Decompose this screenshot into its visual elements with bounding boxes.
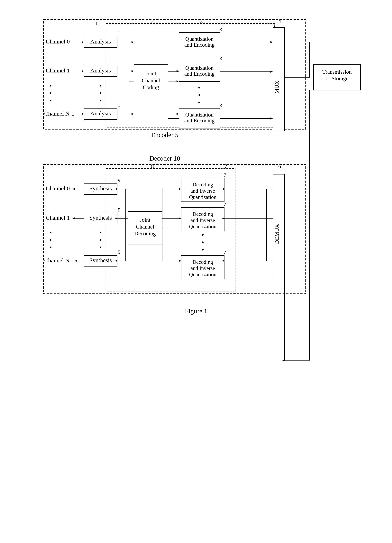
joint-dec-line3: Decoding bbox=[134, 231, 156, 237]
dec-ch1-label: Channel 1 bbox=[46, 215, 70, 221]
num9-syn0: 9 bbox=[118, 178, 120, 183]
enc-dots-an: • bbox=[99, 82, 102, 90]
qe-dots3: • bbox=[198, 99, 201, 107]
dec-ch0-label: Channel 0 bbox=[46, 185, 70, 192]
dec-dots-syn3: • bbox=[99, 243, 102, 251]
enc-num-3-top: 3 bbox=[200, 18, 203, 24]
syn-n1-text: Synthesis bbox=[89, 257, 112, 263]
arr-qen1-mux bbox=[270, 118, 273, 119]
analysis-1-text: Analysis bbox=[90, 67, 111, 74]
diq-n1-line1: Decoding bbox=[192, 259, 213, 265]
main-diagram: Encoder 5 1 1 2 3 4 Channel 0 Analysis 1… bbox=[20, 12, 372, 540]
qe-1-line2: and Encoding bbox=[184, 71, 214, 77]
enc-num-2: 2 bbox=[151, 18, 154, 24]
syn-1-text: Synthesis bbox=[89, 215, 112, 221]
figure-label: Figure 1 bbox=[185, 307, 207, 315]
num7-diqn1: 7 bbox=[224, 250, 226, 255]
enc-ch1-label: Channel 1 bbox=[46, 67, 70, 74]
num9-synn1: 9 bbox=[118, 249, 120, 255]
joint-coding-line1: Joint bbox=[146, 70, 156, 77]
trans-line2: or Storage bbox=[326, 75, 348, 81]
arr-qe1-mux bbox=[270, 71, 273, 73]
diq-1-line3: Quantization bbox=[189, 224, 216, 230]
dec-num-7-top: 7 bbox=[224, 163, 227, 169]
num1-enc0: 1 bbox=[118, 30, 120, 36]
arr-trans-demux bbox=[282, 359, 285, 361]
dec-dots-ch2: • bbox=[49, 236, 52, 244]
diq-0-line2: and Inverse bbox=[190, 188, 215, 194]
arr-ch1-analysis bbox=[82, 70, 84, 72]
diq-0-line1: Decoding bbox=[192, 182, 213, 188]
svg-rect-0 bbox=[44, 20, 306, 129]
arr-chn1-analysis bbox=[82, 113, 84, 115]
num9-syn1: 9 bbox=[118, 207, 120, 213]
arr-joint-qen1 bbox=[177, 113, 179, 115]
arr-jd-diq1 bbox=[179, 217, 181, 219]
analysis-0-text: Analysis bbox=[90, 38, 111, 45]
enc-dots-ch2: • bbox=[49, 89, 52, 97]
qe-0-line1: Quantization bbox=[185, 36, 213, 42]
dec-num-6: 6 bbox=[278, 163, 281, 169]
enc-chn1-label: Channel N-1 bbox=[44, 110, 74, 117]
qe-1-line1: Quantization bbox=[185, 65, 213, 71]
enc-dots-ch3: • bbox=[49, 97, 52, 105]
arr-synn1-chn1 bbox=[75, 260, 77, 262]
qe-n1-line1: Quantization bbox=[185, 112, 213, 118]
joint-coding-line2: Channel bbox=[142, 77, 160, 83]
enc-dots-ch: • bbox=[49, 82, 52, 90]
dec-chn1-label: Channel N-1 bbox=[44, 257, 74, 264]
num1-encn1: 1 bbox=[118, 102, 120, 108]
diagram-container: Encoder 5 1 1 2 3 4 Channel 0 Analysis 1… bbox=[20, 12, 372, 540]
qe-0-line2: and Encoding bbox=[184, 42, 214, 48]
demux-text: DEMUX bbox=[274, 224, 280, 244]
diq-n1-line3: Quantization bbox=[189, 272, 216, 277]
diq-1-line2: and Inverse bbox=[190, 217, 215, 223]
enc-num-1b: 1 bbox=[95, 20, 98, 26]
joint-dec-line2: Channel bbox=[136, 224, 154, 230]
qe-dots2: • bbox=[198, 91, 201, 99]
analysis-n1-text: Analysis bbox=[90, 110, 111, 117]
arr-jd-diqn1 bbox=[179, 260, 181, 262]
joint-dec-line1: Joint bbox=[140, 217, 150, 223]
arr-qe0-mux bbox=[270, 41, 273, 43]
num3-qen1: 3 bbox=[220, 103, 222, 108]
encoder-label: Encoder 5 bbox=[151, 131, 178, 138]
dec-dots-syn1: • bbox=[99, 229, 102, 237]
diq-n1-line2: and Inverse bbox=[190, 265, 215, 271]
enc-dots-an3: • bbox=[99, 97, 102, 105]
arr-syn0-ch0 bbox=[73, 188, 75, 190]
arr-jd-diq0 bbox=[179, 188, 181, 190]
qe-dots1: • bbox=[198, 84, 201, 92]
mux-box bbox=[273, 28, 285, 131]
dec-dots-ch1: • bbox=[49, 229, 52, 237]
qe-n1-line2: and Encoding bbox=[184, 118, 214, 124]
enc-num-4: 4 bbox=[278, 18, 281, 24]
decoder-label: Decoder 10 bbox=[149, 155, 180, 162]
dec-num-8: 8 bbox=[151, 163, 154, 169]
diq-dots3: • bbox=[202, 246, 204, 254]
trans-line1: Transmission bbox=[322, 69, 352, 75]
diq-dots1: • bbox=[202, 231, 204, 239]
syn-0-text: Synthesis bbox=[89, 185, 112, 192]
enc-ch0-label: Channel 0 bbox=[46, 38, 70, 45]
arr-syn1-ch1 bbox=[73, 217, 75, 219]
joint-coding-line3: Coding bbox=[143, 84, 159, 90]
num3-qe1: 3 bbox=[220, 56, 222, 62]
num7-diq0: 7 bbox=[224, 172, 226, 178]
dec-dots-ch3: • bbox=[49, 243, 52, 251]
mux-text: MUX bbox=[274, 81, 280, 93]
arr-ch0-analysis bbox=[82, 41, 84, 43]
num3-qe0: 3 bbox=[220, 27, 222, 33]
arr-joint-qe1 bbox=[177, 80, 179, 82]
diq-0-line3: Quantization bbox=[189, 194, 216, 200]
diq-1-line1: Decoding bbox=[192, 211, 213, 217]
dec-dots-syn2: • bbox=[99, 236, 102, 244]
num1-enc1: 1 bbox=[118, 59, 120, 65]
diq-dots2: • bbox=[202, 238, 204, 246]
num7-diq1: 7 bbox=[224, 202, 226, 207]
enc-dots-an2: • bbox=[99, 89, 102, 97]
